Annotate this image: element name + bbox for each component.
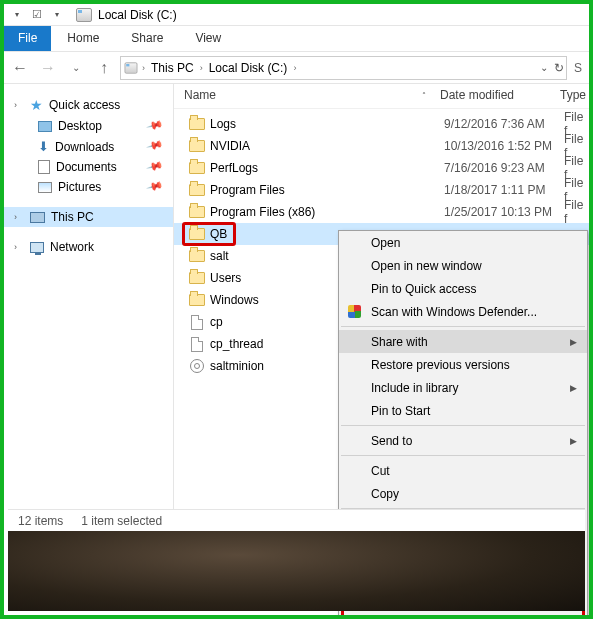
file-date: 1/18/2017 1:11 PM [444, 183, 564, 197]
search-box-edge[interactable]: S [571, 61, 585, 75]
crumb-local-disk[interactable]: Local Disk (C:) [206, 61, 291, 75]
sidebar-downloads[interactable]: ⬇ Downloads 📌 [4, 136, 173, 157]
folder-icon [189, 272, 205, 284]
address-tail: ⌄ ↻ [540, 61, 564, 75]
file-date: 1/25/2017 10:13 PM [444, 205, 564, 219]
file-name: Logs [206, 117, 444, 131]
chevron-down-icon: ▾ [15, 10, 19, 19]
sidebar-desktop[interactable]: Desktop 📌 [4, 116, 173, 136]
sidebar-label: Pictures [58, 180, 101, 194]
ctx-copy[interactable]: Copy [339, 482, 587, 505]
up-button[interactable]: ↑ [92, 56, 116, 80]
star-icon: ★ [30, 97, 43, 113]
tab-home[interactable]: Home [51, 26, 115, 51]
file-row[interactable]: Program Files1/18/2017 1:11 PMFile f [174, 179, 589, 201]
ctx-open[interactable]: Open [339, 231, 587, 254]
back-button[interactable]: ← [8, 56, 32, 80]
ctx-send-to[interactable]: Send to▶ [339, 429, 587, 452]
ctx-restore-versions[interactable]: Restore previous versions [339, 353, 587, 376]
window-title: Local Disk (C:) [92, 8, 177, 22]
qat-properties[interactable]: ☑ [28, 6, 46, 24]
file-date: 7/16/2016 9:23 AM [444, 161, 564, 175]
folder-icon [189, 206, 205, 218]
chevron-right-icon: › [141, 63, 146, 73]
disk-icon [76, 8, 92, 22]
file-name: NVIDIA [206, 139, 444, 153]
folder-icon [189, 184, 205, 196]
sidebar-documents[interactable]: Documents 📌 [4, 157, 173, 177]
pin-icon: 📌 [145, 156, 169, 177]
tab-share[interactable]: Share [115, 26, 179, 51]
sidebar-label: Network [50, 240, 94, 254]
col-date[interactable]: Date modified [440, 88, 560, 102]
tab-file[interactable]: File [4, 26, 51, 51]
disk-icon [125, 62, 138, 73]
ctx-cut[interactable]: Cut [339, 459, 587, 482]
col-type[interactable]: Type [560, 88, 589, 102]
file-row[interactable]: Program Files (x86)1/25/2017 10:13 PMFil… [174, 201, 589, 223]
separator [341, 455, 585, 456]
file-icon [191, 337, 203, 352]
qat-dropdown-2[interactable]: ▾ [48, 6, 66, 24]
refresh-icon[interactable]: ↻ [554, 61, 564, 75]
ctx-label: Share with [371, 335, 428, 349]
title-bar: ▾ ☑ ▾ Local Disk (C:) [4, 4, 589, 26]
tab-view[interactable]: View [179, 26, 237, 51]
col-label: Name [184, 88, 216, 102]
sidebar-network[interactable]: › Network [4, 237, 173, 257]
chevron-down-icon[interactable]: ⌄ [540, 62, 548, 73]
ctx-pin-quick[interactable]: Pin to Quick access [339, 277, 587, 300]
ctx-label: Send to [371, 434, 412, 448]
chevron-right-icon: › [14, 242, 24, 252]
file-date: 10/13/2016 1:52 PM [444, 139, 564, 153]
pin-icon: 📌 [145, 176, 169, 197]
sidebar-label: Downloads [55, 140, 114, 154]
file-row[interactable]: NVIDIA10/13/2016 1:52 PMFile f [174, 135, 589, 157]
ctx-label: Restore previous versions [371, 358, 510, 372]
chevron-right-icon: › [292, 63, 297, 73]
download-icon: ⬇ [38, 139, 49, 154]
ribbon-tabs: File Home Share View [4, 26, 589, 52]
pin-icon: 📌 [145, 136, 169, 157]
chevron-right-icon: › [14, 100, 24, 110]
folder-icon [189, 140, 205, 152]
separator [341, 425, 585, 426]
forward-button[interactable]: → [36, 56, 60, 80]
sidebar-label: This PC [51, 210, 94, 224]
folder-icon [189, 250, 205, 262]
pictures-icon [38, 182, 52, 193]
folder-icon [189, 294, 205, 306]
crumb-this-pc[interactable]: This PC [148, 61, 197, 75]
ctx-label: Pin to Start [371, 404, 430, 418]
desktop-icon [38, 121, 52, 132]
folder-icon [189, 228, 205, 240]
ctx-defender[interactable]: Scan with Windows Defender... [339, 300, 587, 323]
checkbox-icon: ☑ [32, 8, 42, 21]
qat-dropdown-1[interactable]: ▾ [8, 6, 26, 24]
address-bar[interactable]: › This PC › Local Disk (C:) › ⌄ ↻ [120, 56, 567, 80]
pin-icon: 📌 [145, 115, 169, 136]
file-name: Program Files (x86) [206, 205, 444, 219]
ctx-include-library[interactable]: Include in library▶ [339, 376, 587, 399]
status-count: 12 items [18, 514, 63, 528]
folder-icon [189, 118, 205, 130]
file-row[interactable]: Logs9/12/2016 7:36 AMFile f [174, 113, 589, 135]
ctx-label: Copy [371, 487, 399, 501]
separator [341, 326, 585, 327]
recent-locations[interactable]: ⌄ [64, 56, 88, 80]
file-date: 9/12/2016 7:36 AM [444, 117, 564, 131]
quick-access-toolbar: ▾ ☑ ▾ [4, 6, 70, 24]
ctx-pin-start[interactable]: Pin to Start [339, 399, 587, 422]
sidebar-this-pc[interactable]: › This PC [4, 207, 173, 227]
sidebar-label: Quick access [49, 98, 120, 112]
status-bar: 12 items 1 item selected [8, 509, 585, 531]
col-name[interactable]: Name˄ [184, 88, 440, 102]
ctx-open-new-window[interactable]: Open in new window [339, 254, 587, 277]
ctx-label: Open [371, 236, 400, 250]
column-headers: Name˄ Date modified Type [174, 84, 589, 109]
ctx-share-with[interactable]: Share with▶ [339, 330, 587, 353]
status-selection: 1 item selected [81, 514, 162, 528]
sidebar-quick-access[interactable]: › ★ Quick access [4, 94, 173, 116]
file-row[interactable]: PerfLogs7/16/2016 9:23 AMFile f [174, 157, 589, 179]
sidebar-pictures[interactable]: Pictures 📌 [4, 177, 173, 197]
